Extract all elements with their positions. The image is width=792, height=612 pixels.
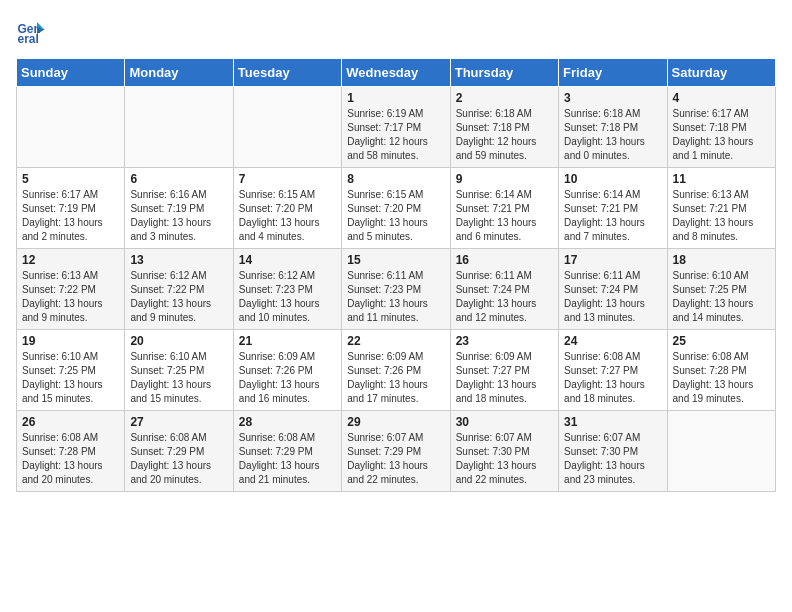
day-info: Sunrise: 6:18 AM Sunset: 7:18 PM Dayligh… bbox=[456, 107, 553, 163]
calendar-cell: 24Sunrise: 6:08 AM Sunset: 7:27 PM Dayli… bbox=[559, 330, 667, 411]
calendar-cell: 31Sunrise: 6:07 AM Sunset: 7:30 PM Dayli… bbox=[559, 411, 667, 492]
calendar-cell: 19Sunrise: 6:10 AM Sunset: 7:25 PM Dayli… bbox=[17, 330, 125, 411]
day-number: 27 bbox=[130, 415, 227, 429]
day-info: Sunrise: 6:08 AM Sunset: 7:29 PM Dayligh… bbox=[239, 431, 336, 487]
column-header-monday: Monday bbox=[125, 59, 233, 87]
day-number: 7 bbox=[239, 172, 336, 186]
column-header-tuesday: Tuesday bbox=[233, 59, 341, 87]
svg-text:eral: eral bbox=[18, 32, 39, 46]
calendar-cell: 2Sunrise: 6:18 AM Sunset: 7:18 PM Daylig… bbox=[450, 87, 558, 168]
day-info: Sunrise: 6:13 AM Sunset: 7:22 PM Dayligh… bbox=[22, 269, 119, 325]
day-number: 1 bbox=[347, 91, 444, 105]
day-number: 28 bbox=[239, 415, 336, 429]
logo: Gen eral bbox=[16, 16, 48, 46]
day-number: 2 bbox=[456, 91, 553, 105]
calendar-week-row: 5Sunrise: 6:17 AM Sunset: 7:19 PM Daylig… bbox=[17, 168, 776, 249]
day-info: Sunrise: 6:10 AM Sunset: 7:25 PM Dayligh… bbox=[673, 269, 770, 325]
day-number: 6 bbox=[130, 172, 227, 186]
day-info: Sunrise: 6:08 AM Sunset: 7:28 PM Dayligh… bbox=[673, 350, 770, 406]
day-info: Sunrise: 6:07 AM Sunset: 7:29 PM Dayligh… bbox=[347, 431, 444, 487]
day-info: Sunrise: 6:07 AM Sunset: 7:30 PM Dayligh… bbox=[564, 431, 661, 487]
calendar-cell: 26Sunrise: 6:08 AM Sunset: 7:28 PM Dayli… bbox=[17, 411, 125, 492]
day-info: Sunrise: 6:14 AM Sunset: 7:21 PM Dayligh… bbox=[456, 188, 553, 244]
day-info: Sunrise: 6:14 AM Sunset: 7:21 PM Dayligh… bbox=[564, 188, 661, 244]
day-info: Sunrise: 6:15 AM Sunset: 7:20 PM Dayligh… bbox=[239, 188, 336, 244]
calendar-week-row: 12Sunrise: 6:13 AM Sunset: 7:22 PM Dayli… bbox=[17, 249, 776, 330]
day-number: 8 bbox=[347, 172, 444, 186]
day-number: 4 bbox=[673, 91, 770, 105]
day-info: Sunrise: 6:10 AM Sunset: 7:25 PM Dayligh… bbox=[130, 350, 227, 406]
calendar-cell: 15Sunrise: 6:11 AM Sunset: 7:23 PM Dayli… bbox=[342, 249, 450, 330]
calendar-cell: 22Sunrise: 6:09 AM Sunset: 7:26 PM Dayli… bbox=[342, 330, 450, 411]
day-number: 10 bbox=[564, 172, 661, 186]
calendar-cell: 29Sunrise: 6:07 AM Sunset: 7:29 PM Dayli… bbox=[342, 411, 450, 492]
page-header: Gen eral bbox=[16, 16, 776, 46]
day-info: Sunrise: 6:08 AM Sunset: 7:28 PM Dayligh… bbox=[22, 431, 119, 487]
day-info: Sunrise: 6:11 AM Sunset: 7:24 PM Dayligh… bbox=[564, 269, 661, 325]
day-number: 16 bbox=[456, 253, 553, 267]
day-number: 14 bbox=[239, 253, 336, 267]
day-number: 15 bbox=[347, 253, 444, 267]
calendar-cell: 20Sunrise: 6:10 AM Sunset: 7:25 PM Dayli… bbox=[125, 330, 233, 411]
day-info: Sunrise: 6:18 AM Sunset: 7:18 PM Dayligh… bbox=[564, 107, 661, 163]
day-number: 24 bbox=[564, 334, 661, 348]
calendar-cell: 17Sunrise: 6:11 AM Sunset: 7:24 PM Dayli… bbox=[559, 249, 667, 330]
day-number: 17 bbox=[564, 253, 661, 267]
day-info: Sunrise: 6:10 AM Sunset: 7:25 PM Dayligh… bbox=[22, 350, 119, 406]
day-info: Sunrise: 6:08 AM Sunset: 7:27 PM Dayligh… bbox=[564, 350, 661, 406]
calendar-cell: 14Sunrise: 6:12 AM Sunset: 7:23 PM Dayli… bbox=[233, 249, 341, 330]
day-info: Sunrise: 6:17 AM Sunset: 7:19 PM Dayligh… bbox=[22, 188, 119, 244]
calendar-cell: 21Sunrise: 6:09 AM Sunset: 7:26 PM Dayli… bbox=[233, 330, 341, 411]
calendar-cell: 11Sunrise: 6:13 AM Sunset: 7:21 PM Dayli… bbox=[667, 168, 775, 249]
day-number: 9 bbox=[456, 172, 553, 186]
column-header-friday: Friday bbox=[559, 59, 667, 87]
calendar-cell: 13Sunrise: 6:12 AM Sunset: 7:22 PM Dayli… bbox=[125, 249, 233, 330]
calendar-cell: 25Sunrise: 6:08 AM Sunset: 7:28 PM Dayli… bbox=[667, 330, 775, 411]
day-info: Sunrise: 6:09 AM Sunset: 7:27 PM Dayligh… bbox=[456, 350, 553, 406]
logo-icon: Gen eral bbox=[16, 16, 46, 46]
day-info: Sunrise: 6:13 AM Sunset: 7:21 PM Dayligh… bbox=[673, 188, 770, 244]
day-info: Sunrise: 6:09 AM Sunset: 7:26 PM Dayligh… bbox=[347, 350, 444, 406]
calendar-cell: 18Sunrise: 6:10 AM Sunset: 7:25 PM Dayli… bbox=[667, 249, 775, 330]
calendar-week-row: 1Sunrise: 6:19 AM Sunset: 7:17 PM Daylig… bbox=[17, 87, 776, 168]
day-number: 26 bbox=[22, 415, 119, 429]
calendar-cell: 30Sunrise: 6:07 AM Sunset: 7:30 PM Dayli… bbox=[450, 411, 558, 492]
day-info: Sunrise: 6:09 AM Sunset: 7:26 PM Dayligh… bbox=[239, 350, 336, 406]
calendar-cell bbox=[17, 87, 125, 168]
day-info: Sunrise: 6:17 AM Sunset: 7:18 PM Dayligh… bbox=[673, 107, 770, 163]
day-info: Sunrise: 6:12 AM Sunset: 7:23 PM Dayligh… bbox=[239, 269, 336, 325]
day-info: Sunrise: 6:15 AM Sunset: 7:20 PM Dayligh… bbox=[347, 188, 444, 244]
calendar-cell: 12Sunrise: 6:13 AM Sunset: 7:22 PM Dayli… bbox=[17, 249, 125, 330]
calendar-week-row: 19Sunrise: 6:10 AM Sunset: 7:25 PM Dayli… bbox=[17, 330, 776, 411]
calendar-table: SundayMondayTuesdayWednesdayThursdayFrid… bbox=[16, 58, 776, 492]
calendar-cell: 28Sunrise: 6:08 AM Sunset: 7:29 PM Dayli… bbox=[233, 411, 341, 492]
calendar-cell bbox=[233, 87, 341, 168]
day-number: 3 bbox=[564, 91, 661, 105]
day-number: 21 bbox=[239, 334, 336, 348]
day-number: 22 bbox=[347, 334, 444, 348]
calendar-week-row: 26Sunrise: 6:08 AM Sunset: 7:28 PM Dayli… bbox=[17, 411, 776, 492]
calendar-cell: 3Sunrise: 6:18 AM Sunset: 7:18 PM Daylig… bbox=[559, 87, 667, 168]
day-number: 30 bbox=[456, 415, 553, 429]
day-info: Sunrise: 6:12 AM Sunset: 7:22 PM Dayligh… bbox=[130, 269, 227, 325]
calendar-cell: 6Sunrise: 6:16 AM Sunset: 7:19 PM Daylig… bbox=[125, 168, 233, 249]
day-number: 18 bbox=[673, 253, 770, 267]
column-header-wednesday: Wednesday bbox=[342, 59, 450, 87]
calendar-cell: 27Sunrise: 6:08 AM Sunset: 7:29 PM Dayli… bbox=[125, 411, 233, 492]
calendar-cell: 16Sunrise: 6:11 AM Sunset: 7:24 PM Dayli… bbox=[450, 249, 558, 330]
day-info: Sunrise: 6:07 AM Sunset: 7:30 PM Dayligh… bbox=[456, 431, 553, 487]
calendar-cell: 4Sunrise: 6:17 AM Sunset: 7:18 PM Daylig… bbox=[667, 87, 775, 168]
calendar-cell: 1Sunrise: 6:19 AM Sunset: 7:17 PM Daylig… bbox=[342, 87, 450, 168]
calendar-cell bbox=[667, 411, 775, 492]
day-number: 5 bbox=[22, 172, 119, 186]
calendar-cell: 7Sunrise: 6:15 AM Sunset: 7:20 PM Daylig… bbox=[233, 168, 341, 249]
day-info: Sunrise: 6:08 AM Sunset: 7:29 PM Dayligh… bbox=[130, 431, 227, 487]
calendar-header-row: SundayMondayTuesdayWednesdayThursdayFrid… bbox=[17, 59, 776, 87]
day-number: 19 bbox=[22, 334, 119, 348]
calendar-cell: 23Sunrise: 6:09 AM Sunset: 7:27 PM Dayli… bbox=[450, 330, 558, 411]
day-number: 13 bbox=[130, 253, 227, 267]
day-info: Sunrise: 6:16 AM Sunset: 7:19 PM Dayligh… bbox=[130, 188, 227, 244]
day-info: Sunrise: 6:11 AM Sunset: 7:23 PM Dayligh… bbox=[347, 269, 444, 325]
calendar-cell: 8Sunrise: 6:15 AM Sunset: 7:20 PM Daylig… bbox=[342, 168, 450, 249]
day-number: 12 bbox=[22, 253, 119, 267]
